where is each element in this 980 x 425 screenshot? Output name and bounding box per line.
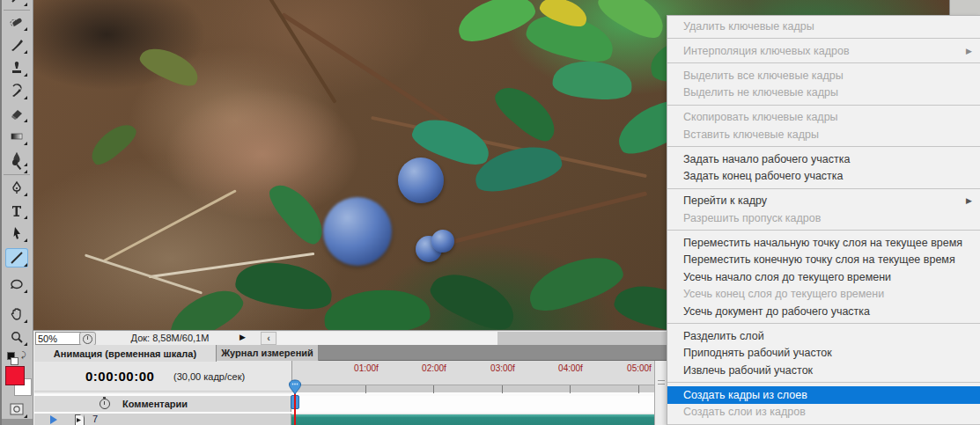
menu-separator: [667, 421, 980, 425]
menu-separator: [667, 60, 980, 68]
type-icon[interactable]: [5, 201, 28, 220]
menu-item-lift-work-area[interactable]: Приподнять рабочий участок: [667, 345, 980, 363]
gradient-icon[interactable]: [5, 127, 28, 146]
swap-colors-icon[interactable]: ⤸: [21, 350, 26, 360]
berry-shape: [323, 197, 392, 266]
menu-item-trim-document[interactable]: Усечь документ до рабочего участка: [667, 303, 980, 320]
menu-item-select-all-keyframes[interactable]: Выделить все ключевые кадры: [667, 67, 980, 84]
menu-item-extract-work-area[interactable]: Извлечь рабочий участок: [667, 362, 980, 379]
leaf-shape: [522, 247, 627, 319]
current-timecode[interactable]: 0:00:00:00: [85, 369, 154, 384]
tools-panel: ⤸: [0, 0, 33, 425]
berry-shape: [431, 230, 454, 253]
menu-separator: [667, 101, 980, 109]
timeline-context-menu: Удалить ключевые кадры Интерполяция ключ…: [667, 15, 980, 425]
photoshop-window: ⤸ Док: 8,58М/60,1М ▶ ‹ Анимация (временн…: [0, 0, 980, 425]
ruler-label: 03:00f: [483, 363, 522, 373]
menu-item-copy-keyframes[interactable]: Скопировать ключевые кадры: [667, 109, 980, 127]
timeline-header: 0:00:00:00 (30,00 кадр/сек): [34, 361, 291, 392]
menu-item-make-frames-from-layers[interactable]: Создать кадры из слоев: [667, 386, 980, 404]
layer-row-header: 7: [34, 414, 291, 425]
layer-track-row[interactable]: 7: [34, 414, 654, 425]
layer-name-label: 7: [92, 414, 98, 424]
menu-item-delete-keyframes[interactable]: Удалить ключевые кадры: [667, 18, 980, 35]
timeline-content: 0:00:00:00 (30,00 кадр/сек) 01:00f 02:00…: [34, 361, 667, 425]
burn-icon[interactable]: [5, 155, 28, 174]
status-flyout-icon[interactable]: ▶: [239, 333, 246, 341]
document-status-bar: Док: 8,58М/60,1М ▶ ‹: [33, 330, 667, 345]
ruler-label: 02:00f: [415, 363, 453, 373]
menu-item-keyframe-interpolation[interactable]: Интерполяция ключевых кадров▶: [667, 42, 980, 60]
ruler-label: 05:00f: [620, 363, 659, 373]
timeline-right-scrollbar[interactable]: [654, 361, 667, 425]
rotate-view-icon[interactable]: [5, 275, 28, 294]
menu-item-set-work-area-start[interactable]: Задать начало рабочего участка: [667, 150, 980, 168]
menu-item-paste-keyframes[interactable]: Вставить ключевые кадры: [667, 126, 980, 143]
menu-separator: [667, 143, 980, 151]
menu-item-move-layer-in-point[interactable]: Переместить начальную точку слоя на теку…: [667, 234, 980, 252]
menu-item-move-layer-out-point[interactable]: Переместить конечную точку слоя на текущ…: [667, 252, 980, 269]
tab-animation-timeline[interactable]: Анимация (временная шкала): [34, 345, 217, 362]
zoom-icon[interactable]: [5, 327, 28, 347]
horizontal-scrollbar-thumb[interactable]: [497, 332, 667, 345]
pen-icon[interactable]: [5, 178, 28, 197]
ruler-label: 01:00f: [347, 363, 386, 373]
panel-strip: [949, 0, 980, 15]
twig-shape: [450, 191, 647, 244]
quick-mask-icon[interactable]: [5, 399, 28, 419]
path-select-icon[interactable]: [5, 223, 28, 243]
default-colors-icon[interactable]: [7, 352, 18, 365]
frame-rate-label: (30,00 кадр/сек): [173, 371, 245, 382]
line-icon[interactable]: [5, 248, 28, 267]
menu-item-go-to-frame[interactable]: Перейти к кадру▶: [667, 193, 980, 210]
brush-icon[interactable]: [5, 35, 28, 55]
leaf-shape: [85, 118, 141, 169]
partial-tool-icon[interactable]: [5, 0, 28, 7]
ruler-label: 04:00f: [551, 363, 590, 373]
spot-healing-brush-icon[interactable]: [5, 12, 28, 32]
comments-track-area[interactable]: [291, 396, 654, 412]
toolbar-separator: [4, 174, 30, 175]
leaf-shape: [551, 58, 633, 102]
menu-separator: [667, 320, 980, 328]
menu-separator: [667, 379, 980, 387]
menu-separator: [667, 35, 980, 43]
menu-item-set-work-area-end[interactable]: Задать конец рабочего участка: [667, 168, 980, 186]
comments-label: Комментарии: [122, 399, 188, 409]
menu-separator: [667, 185, 980, 193]
toolbar-separator: [4, 10, 30, 11]
menu-item-enable-frame-skipping[interactable]: Разрешить пропуск кадров: [667, 209, 980, 227]
scroll-left-icon[interactable]: ‹: [261, 332, 276, 345]
timer-icon[interactable]: [79, 332, 96, 346]
doc-size-info: Док: 8,58М/60,1М: [104, 333, 236, 343]
work-area-bar[interactable]: [291, 385, 654, 393]
stopwatch-icon[interactable]: [99, 399, 110, 409]
leaf-shape: [233, 256, 336, 314]
toolbar-bottom: [2, 419, 33, 425]
tab-measurement-log[interactable]: Журнал измерений: [217, 345, 319, 361]
clone-stamp-icon[interactable]: [5, 58, 28, 77]
foreground-color-swatch[interactable]: [5, 366, 25, 385]
history-brush-icon[interactable]: [5, 81, 28, 100]
menu-separator: [667, 227, 980, 235]
berry-shape: [398, 158, 444, 203]
time-ruler[interactable]: 01:00f 02:00f 03:00f 04:00f 05:00f: [291, 361, 654, 385]
hand-icon[interactable]: [5, 304, 28, 324]
menu-item-trim-layer-start[interactable]: Усечь начало слоя до текущего времени: [667, 268, 980, 286]
submenu-arrow-icon: ▶: [966, 47, 972, 55]
eraser-icon[interactable]: [5, 104, 28, 123]
photo-shape: [166, 88, 359, 220]
zoom-level-field[interactable]: [35, 332, 81, 345]
comments-track-row[interactable]: Комментарии: [34, 396, 654, 412]
leaf-shape: [453, 0, 539, 48]
menu-item-convert-frames-to-layers[interactable]: Создать слои из кадров: [667, 404, 980, 421]
menu-item-select-no-keyframes[interactable]: Выделить не ключевые кадры: [667, 84, 980, 102]
twig-shape: [85, 253, 203, 294]
menu-item-split-layer[interactable]: Разделить слой: [667, 327, 980, 345]
menu-item-trim-layer-end[interactable]: Усечь конец слоя до текущего времени: [667, 286, 980, 304]
leaf-shape: [136, 41, 203, 92]
comments-row-header: Комментарии: [34, 396, 291, 412]
playhead-handle[interactable]: [288, 379, 302, 399]
layer-duration-bar[interactable]: [291, 414, 654, 425]
disclosure-triangle-icon[interactable]: [50, 415, 57, 424]
